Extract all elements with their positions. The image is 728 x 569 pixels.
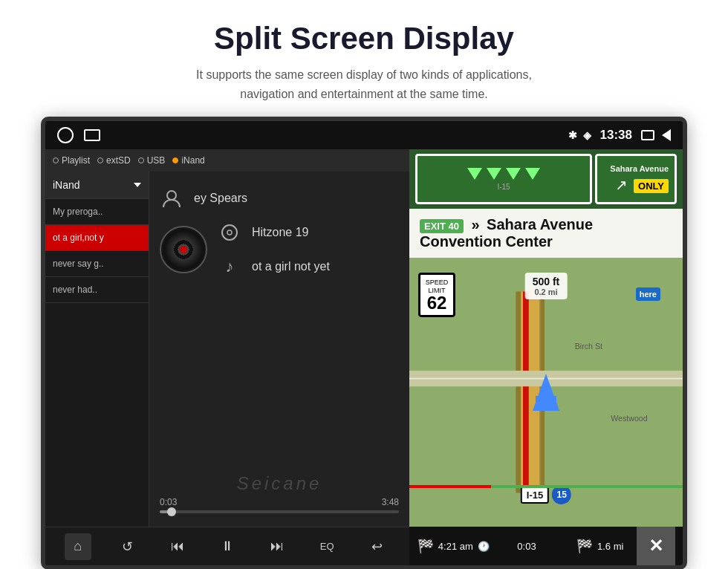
time-total: 3:48: [382, 497, 399, 507]
playlist-sidebar: iNand My preroga.. ot a girl,not y never…: [45, 172, 149, 527]
artist-icon: [160, 186, 183, 210]
map-area: Birch St Westwood SPEEDLIMIT 62 500 ft 0…: [409, 258, 683, 527]
highway-sign-left: I-15: [415, 154, 592, 204]
up-right-arrow-icon: ↗: [615, 176, 628, 194]
tab-playlist[interactable]: Playlist: [53, 155, 90, 166]
pause-button[interactable]: ⏸: [214, 533, 241, 560]
svg-text:Westwood: Westwood: [611, 414, 648, 423]
watermark: Seicane: [160, 473, 399, 494]
back-icon: [662, 129, 671, 141]
nav-remaining: 🏁 1.6 mi: [563, 538, 637, 554]
nav-bottom-bar: 🏁 4:21 am 🕐 0:03 🏁 1.6 mi ✕: [409, 527, 683, 565]
flag-start-icon: 🏁: [417, 538, 434, 554]
page-header: Split Screen Display It supports the sam…: [0, 0, 728, 117]
nav-elapsed: 0:03: [490, 541, 564, 552]
distance-ft: 500 ft: [533, 276, 560, 287]
nav-icons: [641, 129, 671, 141]
flag-end-icon: 🏁: [576, 538, 593, 554]
progress-times: 0:03 3:48: [160, 497, 399, 507]
vinyl-disc: [160, 226, 207, 273]
dot-playlist: [53, 157, 59, 163]
image-icon: [84, 129, 100, 141]
distance-mi: 0.2 mi: [534, 287, 557, 296]
exit-street: Sahara Avenue: [487, 216, 593, 233]
source-tabs: Playlist extSD USB iNand: [45, 149, 409, 172]
playlist-item-0[interactable]: My preroga..: [45, 199, 149, 225]
arrow-3: [506, 168, 521, 180]
status-right: ✱ ◈ 13:38: [568, 128, 671, 143]
speed-limit-number: 62: [423, 294, 450, 312]
sahara-avenue-label: Sahara Avenue: [610, 164, 669, 173]
track-name: ot a girl not yet: [252, 260, 330, 273]
arrow-4: [525, 168, 540, 180]
distance-overlay: 500 ft 0.2 mi: [525, 273, 568, 299]
location-icon: ◈: [583, 129, 591, 141]
progress-area: Seicane 0:03 3:48: [160, 470, 399, 519]
status-left-icons: [57, 127, 100, 143]
svg-point-0: [167, 191, 176, 200]
nav-panel: I-15 Sahara Avenue ↗ ONLY EXIT 40 » Saha…: [409, 149, 683, 565]
home-button[interactable]: ⌂: [65, 533, 91, 560]
tab-extsd[interactable]: extSD: [97, 155, 131, 166]
dot-inand: [172, 157, 178, 163]
repeat-button[interactable]: ↺: [114, 533, 141, 560]
eta-time: 4:21 am: [438, 541, 473, 552]
music-panel: Playlist extSD USB iNand: [45, 149, 409, 565]
artist-row: ey Spears: [160, 186, 399, 210]
status-bar: ✱ ◈ 13:38: [45, 121, 683, 149]
dot-extsd: [97, 157, 103, 163]
time-current: 0:03: [160, 497, 177, 507]
artist-name: ey Spears: [194, 192, 247, 205]
svg-point-2: [227, 230, 232, 235]
eq-button[interactable]: EQ: [313, 533, 340, 560]
highway-sign-area: I-15 Sahara Avenue ↗ ONLY: [409, 149, 683, 209]
disc-icon: [218, 221, 241, 244]
close-x-icon: ✕: [649, 536, 663, 556]
only-badge: ONLY: [634, 179, 669, 193]
here-logo: here: [636, 287, 660, 301]
tab-inand[interactable]: iNand: [172, 155, 204, 166]
track-info: ey Spears: [160, 186, 399, 279]
i15-text: I-15: [521, 487, 549, 504]
elapsed-time: 0:03: [517, 541, 536, 552]
arrow-1: [467, 168, 482, 180]
nav-arrow-container: [533, 374, 559, 411]
prev-button[interactable]: ⏮: [164, 533, 191, 560]
nav-close-button[interactable]: ✕: [637, 527, 675, 565]
album-row: Hitzone 19 ♪ ot a girl not yet: [160, 221, 399, 279]
dropdown-arrow-icon: [134, 183, 141, 187]
page-subtitle: It supports the same screen display of t…: [15, 65, 713, 103]
playlist-item-1[interactable]: ot a girl,not y: [45, 225, 149, 251]
next-button[interactable]: ⏭: [264, 533, 290, 560]
highway-arrows: [467, 168, 540, 180]
exit-location: Convention Center: [420, 233, 553, 250]
dot-usb: [138, 157, 144, 163]
circle-icon: [57, 127, 74, 143]
svg-rect-8: [523, 292, 529, 493]
route-red-bar: [409, 485, 491, 488]
exit-badge: EXIT 40: [420, 219, 464, 233]
speed-limit-sign: SPEEDLIMIT 62: [418, 273, 455, 317]
svg-text:Birch St: Birch St: [575, 342, 602, 351]
playlist-item-2[interactable]: never say g..: [45, 251, 149, 277]
split-screen: Playlist extSD USB iNand: [45, 149, 683, 565]
nav-arrow: [533, 374, 559, 411]
highway-sign-right: Sahara Avenue ↗ ONLY: [595, 154, 677, 204]
device-frame: ✱ ◈ 13:38 Playlist extSD: [41, 117, 687, 569]
page-title: Split Screen Display: [15, 21, 713, 56]
bluetooth-icon: ✱: [568, 129, 577, 141]
back-button[interactable]: ↩: [363, 533, 390, 560]
progress-thumb: [167, 507, 176, 516]
svg-point-1: [222, 225, 237, 240]
tab-usb[interactable]: USB: [138, 155, 166, 166]
music-note-icon: ♪: [218, 255, 241, 279]
progress-bar[interactable]: [160, 510, 399, 513]
arrow-2: [487, 168, 501, 180]
playlist-item-3[interactable]: never had..: [45, 277, 149, 303]
player-center: ey Spears: [149, 172, 409, 527]
clock-icon: 🕐: [478, 541, 490, 552]
controls-bar: ⌂ ↺ ⏮ ⏸ ⏭ EQ ↩: [45, 527, 409, 565]
playlist-source-selector[interactable]: iNand: [45, 172, 149, 199]
nav-eta: 🏁 4:21 am 🕐: [417, 538, 490, 554]
window-icon: [641, 130, 654, 140]
